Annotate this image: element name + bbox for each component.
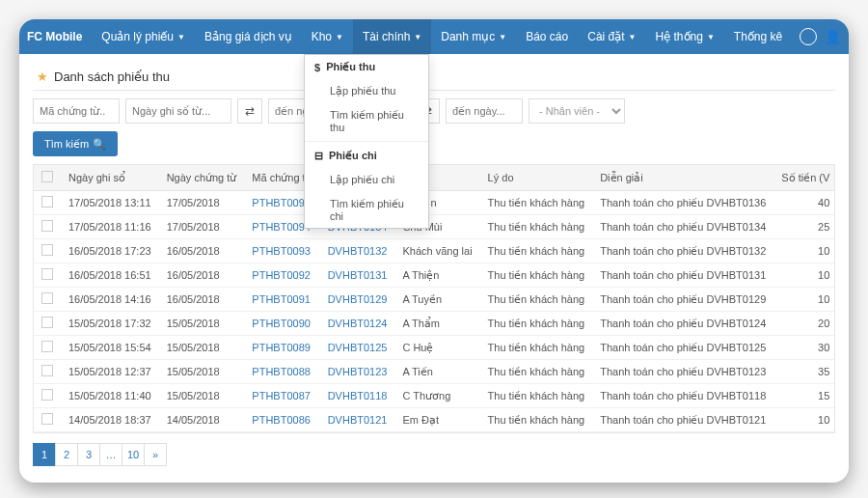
nav-danh-mục[interactable]: Danh mục▼ xyxy=(431,19,516,54)
row-checkbox[interactable] xyxy=(41,220,53,232)
payment-icon: ⊟ xyxy=(314,150,323,162)
table-row[interactable]: 16/05/2018 16:5116/05/2018PTHBT0092DVHBT… xyxy=(34,263,835,288)
row-checkbox[interactable] xyxy=(41,196,53,208)
page-10[interactable]: 10 xyxy=(122,443,145,466)
nav-hệ-thống[interactable]: Hệ thống▼ xyxy=(646,19,724,54)
table-row[interactable]: 15/05/2018 12:3715/05/2018PTHBT0088DVHBT… xyxy=(34,360,835,384)
pagination: 123…10» xyxy=(33,443,835,466)
row-checkbox[interactable] xyxy=(41,413,53,425)
col-header: Diễn giải xyxy=(592,165,773,191)
filter-posted-from[interactable] xyxy=(125,98,231,124)
caret-icon: ▼ xyxy=(629,33,637,42)
col-header: Ngày ghi sổ xyxy=(61,165,159,191)
swap-posted-range-button[interactable]: ⇄ xyxy=(237,98,262,124)
menu-create-payment[interactable]: Lập phiếu chi xyxy=(305,168,428,192)
main-navbar: FC Mobile Quản lý phiếu▼Bảng giá dịch vụ… xyxy=(19,19,849,54)
row-checkbox[interactable] xyxy=(41,292,53,304)
page-2[interactable]: 2 xyxy=(55,443,78,466)
page-»[interactable]: » xyxy=(144,443,167,466)
table-row[interactable]: 14/05/2018 18:3714/05/2018PTHBT0086DVHBT… xyxy=(34,408,835,432)
dollar-icon: $ xyxy=(314,62,320,73)
filter-doc-to[interactable] xyxy=(446,98,523,124)
col-header: Số tiền (V xyxy=(773,165,835,191)
row-checkbox[interactable] xyxy=(41,268,53,280)
filter-code-input[interactable] xyxy=(33,98,120,124)
filter-bar: ⇄ ⇄ - Nhân viên - xyxy=(33,98,835,124)
row-checkbox[interactable] xyxy=(41,341,53,352)
table-row[interactable]: 15/05/2018 15:5415/05/2018PTHBT0089DVHBT… xyxy=(34,336,835,360)
row-checkbox[interactable] xyxy=(41,317,53,328)
row-checkbox[interactable] xyxy=(41,244,53,256)
select-all-checkbox[interactable] xyxy=(41,171,53,182)
nav-cài-đặt[interactable]: Cài đặt▼ xyxy=(578,19,645,54)
menu-search-receipt[interactable]: Tìm kiếm phiếu thu xyxy=(305,103,428,139)
user-icon[interactable]: 👤 xyxy=(825,29,841,44)
nav-thống-kê[interactable]: Thống kê xyxy=(724,19,792,54)
brand[interactable]: FC Mobile xyxy=(27,30,82,43)
search-icon: 🔍 xyxy=(93,138,106,151)
page-…[interactable]: … xyxy=(99,443,122,466)
dropdown-section-receipts: $ Phiếu thu xyxy=(305,55,428,79)
results-table: Ngày ghi sổNgày chứng từMã chứng từClLý … xyxy=(33,164,835,433)
finance-dropdown: $ Phiếu thu Lập phiếu thu Tìm kiếm phiếu… xyxy=(304,54,429,229)
nav-kho[interactable]: Kho▼ xyxy=(302,19,353,54)
nav-tài-chính[interactable]: Tài chính▼ xyxy=(353,19,431,54)
col-header: Lý do xyxy=(480,165,593,191)
globe-icon[interactable] xyxy=(800,28,817,45)
star-icon: ★ xyxy=(37,69,48,84)
menu-create-receipt[interactable]: Lập phiếu thu xyxy=(305,79,428,103)
table-row[interactable]: 17/05/2018 11:1617/05/2018PTHBT0094DVHBT… xyxy=(34,215,835,239)
page-3[interactable]: 3 xyxy=(77,443,100,466)
caret-icon: ▼ xyxy=(177,33,185,42)
nav-báo-cáo[interactable]: Báo cáo xyxy=(516,19,578,54)
page-1[interactable]: 1 xyxy=(33,443,56,466)
table-row[interactable]: 16/05/2018 14:1616/05/2018PTHBT0091DVHBT… xyxy=(34,288,835,312)
menu-search-payment[interactable]: Tìm kiếm phiếu chi xyxy=(305,192,428,228)
table-row[interactable]: 15/05/2018 17:3215/05/2018PTHBT0090DVHBT… xyxy=(34,312,835,336)
row-checkbox[interactable] xyxy=(41,389,53,401)
caret-icon: ▼ xyxy=(499,33,506,42)
col-header xyxy=(34,165,61,191)
table-row[interactable]: 16/05/2018 17:2316/05/2018PTHBT0093DVHBT… xyxy=(34,239,835,263)
row-checkbox[interactable] xyxy=(41,365,53,376)
table-row[interactable]: 17/05/2018 13:1117/05/2018PTHBT0095DVHBT… xyxy=(34,191,835,215)
search-button[interactable]: Tìm kiếm 🔍 xyxy=(33,131,118,156)
nav-bảng-giá-dịch-vụ[interactable]: Bảng giá dịch vụ xyxy=(195,19,302,54)
caret-icon: ▼ xyxy=(707,33,715,42)
caret-icon: ▼ xyxy=(336,33,343,42)
filter-staff-select[interactable]: - Nhân viên - xyxy=(529,98,625,124)
table-row[interactable]: 15/05/2018 11:4015/05/2018PTHBT0087DVHBT… xyxy=(34,384,835,408)
dropdown-section-payments: ⊟ Phiếu chi xyxy=(305,144,428,168)
caret-icon: ▼ xyxy=(414,33,421,42)
panel-title: ★ Danh sách phiếu thu xyxy=(33,64,835,91)
col-header: Ngày chứng từ xyxy=(159,165,245,191)
nav-quản-lý-phiếu[interactable]: Quản lý phiếu▼ xyxy=(92,19,195,54)
app-window: FC Mobile Quản lý phiếu▼Bảng giá dịch vụ… xyxy=(19,19,849,483)
